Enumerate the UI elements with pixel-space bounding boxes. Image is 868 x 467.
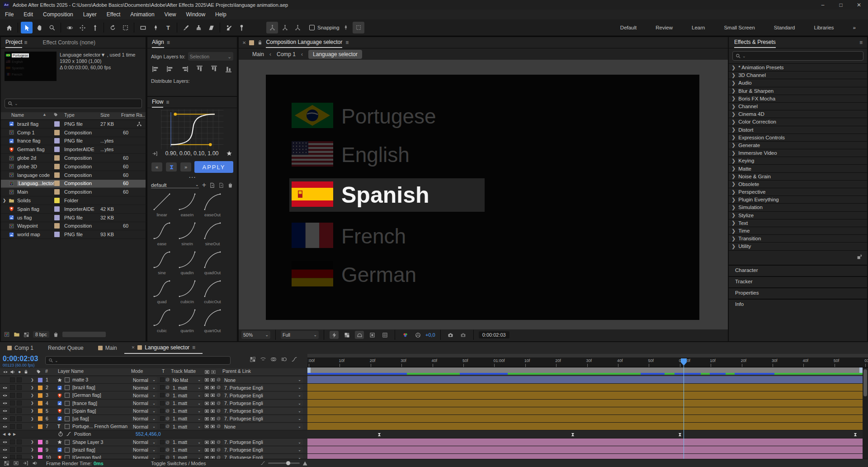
layer-color-chip[interactable] xyxy=(38,393,42,398)
breadcrumb-comp1[interactable]: Comp 1 xyxy=(277,51,296,57)
layer-color-chip[interactable] xyxy=(38,416,42,421)
delete-preset-icon[interactable] xyxy=(227,182,233,188)
matte-invert-icon[interactable] xyxy=(210,448,215,453)
matte-toggle-icon[interactable] xyxy=(204,401,209,406)
matte-toggle-icon[interactable] xyxy=(204,409,209,414)
mode-select[interactable]: Normal⌄ xyxy=(131,447,157,453)
import-presets-icon[interactable] xyxy=(209,182,215,188)
align-vertical-center-icon[interactable] xyxy=(210,65,218,73)
align-left-icon[interactable] xyxy=(152,65,160,73)
transfer-controls-toggle-icon[interactable] xyxy=(13,460,19,466)
layer-row-2[interactable]: ❯2[brazil flag]Normal⌄@1. matt⌄@7. Portu… xyxy=(0,384,307,391)
effects-category-color-correction[interactable]: ❯Color Correction xyxy=(729,118,867,125)
close-tab-icon[interactable]: ✕ xyxy=(132,345,135,350)
parent-pick-whip-icon[interactable]: @ xyxy=(217,438,221,446)
matte-toggle-icon[interactable] xyxy=(204,377,209,382)
expand-arrow-icon[interactable]: ❯ xyxy=(31,407,34,415)
quality-box-icon[interactable] xyxy=(65,448,70,453)
menu-animation[interactable]: Animation xyxy=(125,10,159,19)
column-frame-rate[interactable]: Frame Ra.. xyxy=(121,112,145,118)
take-snapshot-icon[interactable] xyxy=(446,331,455,339)
effects-category-noise-grain[interactable]: ❯Noise & Grain xyxy=(729,172,867,180)
parent-link-select[interactable]: 7. Portugese Engli⌄ xyxy=(222,385,303,391)
expand-arrow-icon[interactable]: ❯ xyxy=(31,391,34,399)
project-search-input[interactable]: ⌄ xyxy=(5,99,142,108)
timeline-track-area[interactable]: :00f10f20f30f40f50f01:00f10f20f30f40f50f… xyxy=(307,354,868,459)
layer-name[interactable]: [brazil flag] xyxy=(72,384,129,391)
audio-toggle[interactable] xyxy=(10,400,15,405)
exposure-value[interactable]: +0,0 xyxy=(425,332,435,338)
matte-invert-icon[interactable] xyxy=(210,377,215,382)
menu-window[interactable]: Window xyxy=(181,10,210,19)
zoom-in-icon[interactable] xyxy=(302,460,308,466)
effects-category-keying[interactable]: ❯Keying xyxy=(729,157,867,164)
align-top-icon[interactable] xyxy=(196,65,203,73)
layer-visibility-icon[interactable] xyxy=(2,408,8,414)
workspace-learn[interactable]: Learn xyxy=(682,25,714,30)
preset-ease[interactable]: ease xyxy=(149,221,175,246)
audio-toggle[interactable] xyxy=(10,439,15,444)
flow-curve-editor[interactable] xyxy=(150,110,234,151)
brush-tool[interactable] xyxy=(180,22,192,33)
layer-row-5[interactable]: ❯5[Spain flag]Normal⌄@1. matt⌄@7. Portug… xyxy=(0,407,307,415)
preview-timecode[interactable]: 0:00:02:03 xyxy=(479,331,509,338)
effects-category-blur-sharpen[interactable]: ❯Blur & Sharpen xyxy=(729,87,867,95)
effects-category-distort[interactable]: ❯Distort xyxy=(729,126,867,133)
column-parent-link[interactable]: Parent & Link xyxy=(222,368,251,374)
magnification-select[interactable]: 50%⌄ xyxy=(241,331,270,339)
lock-toggle[interactable] xyxy=(17,393,22,398)
layer-name[interactable]: [Spain flag] xyxy=(72,407,129,415)
layer-switches-toggle-icon[interactable] xyxy=(4,460,9,466)
tab-project[interactable]: Project xyxy=(5,37,22,48)
quality-box-icon[interactable] xyxy=(65,440,70,445)
preset-easeOut[interactable]: easeOut xyxy=(200,192,225,217)
language-row-spanish[interactable]: Spanish xyxy=(292,181,429,209)
preset-cubic[interactable]: cubic xyxy=(149,308,175,333)
footage-preview-thumbnail[interactable]: PortugeseEnglishSpanishFrench xyxy=(5,52,57,81)
rotation-tool[interactable] xyxy=(107,22,118,33)
parent-pick-whip-icon[interactable]: @ xyxy=(217,376,221,383)
sort-ascending-icon[interactable]: ▲ xyxy=(42,112,47,117)
parent-link-select[interactable]: 7. Portugese Engli⌄ xyxy=(222,415,303,422)
bit-depth-button[interactable]: 8 bpc xyxy=(33,331,49,338)
layer-color-chip[interactable] xyxy=(38,448,42,452)
flow-input-icon[interactable] xyxy=(152,151,158,157)
parent-link-select[interactable]: 7. Portugese Engli⌄ xyxy=(222,439,303,445)
track-matte-pick-icon[interactable]: @ xyxy=(165,423,170,430)
column-layer-name[interactable]: Layer Name xyxy=(58,368,84,374)
t-toggle[interactable] xyxy=(160,416,165,421)
lock-toggle[interactable] xyxy=(17,416,22,421)
tab-align[interactable]: Align xyxy=(152,37,164,48)
column-number[interactable]: # xyxy=(45,368,48,374)
layer-row-9[interactable]: ❯9[brazil flag]Normal⌄@1. matt⌄@7. Portu… xyxy=(0,446,307,454)
effects-category-channel[interactable]: ❯Channel xyxy=(729,102,867,110)
project-row-france-flag[interactable]: france flagPNG file...ytes xyxy=(1,137,146,146)
property-graph-icon[interactable] xyxy=(66,431,71,437)
preset-easeIn[interactable]: easeIn xyxy=(175,192,200,217)
timeline-ruler[interactable]: :00f10f20f30f40f50f01:00f10f20f30f40f50f… xyxy=(307,357,868,367)
workspace-default[interactable]: Default xyxy=(611,25,646,30)
orbit-camera-tool[interactable] xyxy=(64,22,75,33)
eraser-tool[interactable] xyxy=(205,22,217,33)
maximize-button[interactable]: □ xyxy=(832,0,850,10)
menu-layer[interactable]: Layer xyxy=(78,10,102,19)
quality-box-icon[interactable] xyxy=(65,385,70,390)
layer-visibility-icon[interactable] xyxy=(2,416,8,421)
timeline-search-input[interactable]: ⌄ xyxy=(45,356,231,365)
effects-category-3d-channel[interactable]: ❯3D Channel xyxy=(729,71,867,79)
preset-quadOut[interactable]: quadOut xyxy=(200,250,225,275)
effects-category-transition[interactable]: ❯Transition xyxy=(729,234,867,242)
layer-name[interactable]: matte 3 xyxy=(72,376,129,383)
timeline-tab-main[interactable]: Main xyxy=(91,342,124,354)
apply-button[interactable]: APPLY xyxy=(194,161,233,173)
align-bottom-icon[interactable] xyxy=(225,65,232,73)
expand-arrow-icon[interactable]: ❯ xyxy=(31,400,34,407)
label-column-tag-icon[interactable] xyxy=(53,112,58,118)
expand-arrow-icon[interactable]: ❯ xyxy=(31,438,34,446)
layer-duration-bar[interactable] xyxy=(307,446,863,454)
track-matte-pick-icon[interactable]: @ xyxy=(165,446,170,453)
panel-tab-properties[interactable]: Properties xyxy=(729,287,867,298)
workspace-small-screen[interactable]: Small Screen xyxy=(714,25,764,30)
zoom-out-icon[interactable] xyxy=(260,461,265,466)
layer-duration-bar[interactable] xyxy=(307,438,863,446)
